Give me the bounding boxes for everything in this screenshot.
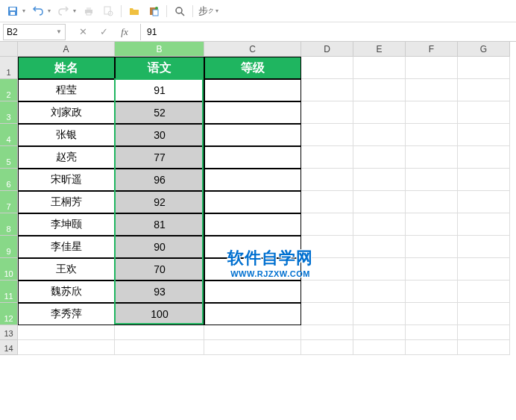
cell-E12[interactable] [353,303,406,325]
cell-E11[interactable] [353,280,406,303]
cell-E4[interactable] [353,124,406,146]
col-header-E[interactable]: E [353,42,406,57]
col-header-G[interactable]: G [458,42,510,57]
cell-C13[interactable] [204,325,301,340]
cell-grade-4[interactable] [204,124,301,146]
cell-D12[interactable] [301,303,353,325]
col-header-F[interactable]: F [406,42,458,57]
save-dropdown-icon[interactable]: ▾ [22,7,25,14]
row-header-5[interactable]: 5 [0,146,18,169]
col-header-A[interactable]: A [18,42,115,57]
row-header-14[interactable]: 14 [0,340,18,355]
cell-E9[interactable] [353,236,406,258]
find-icon[interactable] [173,4,186,18]
cell-E6[interactable] [353,169,406,191]
cell-score-9[interactable]: 90 [115,236,204,258]
cell-E3[interactable] [353,101,406,124]
cell-F2[interactable] [406,79,458,101]
cell-D10[interactable] [301,258,353,280]
cell-C14[interactable] [204,340,301,355]
cell-F7[interactable] [406,191,458,213]
cell-G9[interactable] [458,236,510,258]
row-header-10[interactable]: 10 [0,258,18,280]
cell-A13[interactable] [18,325,115,340]
cell-score-11[interactable]: 93 [115,280,204,303]
cell-G7[interactable] [458,191,510,213]
cell-F13[interactable] [406,325,458,340]
cell-name-7[interactable]: 王桐芳 [18,191,115,213]
cell-score-3[interactable]: 52 [115,101,204,124]
cell-G12[interactable] [458,303,510,325]
cell-score-10[interactable]: 70 [115,258,204,280]
paste-icon[interactable] [147,4,160,18]
row-header-12[interactable]: 12 [0,303,18,325]
cell-G8[interactable] [458,213,510,236]
cell-E7[interactable] [353,191,406,213]
accept-formula-icon[interactable]: ✓ [98,26,109,37]
cell-name-10[interactable]: 王欢 [18,258,115,280]
col-header-B[interactable]: B [115,42,204,57]
cell-G4[interactable] [458,124,510,146]
cell-name-6[interactable]: 宋昕遥 [18,169,115,191]
cell-D6[interactable] [301,169,353,191]
cell-G6[interactable] [458,169,510,191]
header-name[interactable]: 姓名 [18,57,115,79]
cell-grade-5[interactable] [204,146,301,169]
cell-score-12[interactable]: 100 [115,303,204,325]
spreadsheet-grid[interactable]: ABCDEFG 1234567891011121314 姓名语文等级程莹91刘家… [0,42,516,420]
cell-F6[interactable] [406,169,458,191]
cell-F11[interactable] [406,280,458,303]
header-score[interactable]: 语文 [115,57,204,79]
undo-dropdown-icon[interactable]: ▾ [48,7,51,14]
cell-name-4[interactable]: 张银 [18,124,115,146]
row-header-13[interactable]: 13 [0,325,18,340]
row-header-7[interactable]: 7 [0,191,18,213]
cell-grade-7[interactable] [204,191,301,213]
cell-grade-11[interactable] [204,280,301,303]
name-box-dropdown-icon[interactable]: ▼ [56,28,62,35]
undo-icon[interactable] [31,4,45,18]
cell-D3[interactable] [301,101,353,124]
cell-score-4[interactable]: 30 [115,124,204,146]
cell-E14[interactable] [353,340,406,355]
cell-name-8[interactable]: 李坤颐 [18,213,115,236]
cell-grade-6[interactable] [204,169,301,191]
cell-score-7[interactable]: 92 [115,191,204,213]
cell-G3[interactable] [458,101,510,124]
cell-grade-12[interactable] [204,303,301,325]
cell-D5[interactable] [301,146,353,169]
cell-name-12[interactable]: 李秀萍 [18,303,115,325]
cell-G5[interactable] [458,146,510,169]
cell-D9[interactable] [301,236,353,258]
formula-input[interactable] [140,24,516,40]
folder-open-icon[interactable] [128,4,141,18]
cell-F9[interactable] [406,236,458,258]
cell-E1[interactable] [353,57,406,79]
cell-grade-2[interactable] [204,79,301,101]
row-header-8[interactable]: 8 [0,213,18,236]
name-box[interactable]: B2 ▼ [3,24,66,40]
cell-D14[interactable] [301,340,353,355]
cell-score-8[interactable]: 81 [115,213,204,236]
cell-D11[interactable] [301,280,353,303]
cell-D2[interactable] [301,79,353,101]
cell-G11[interactable] [458,280,510,303]
cell-G2[interactable] [458,79,510,101]
row-header-11[interactable]: 11 [0,280,18,303]
cell-F3[interactable] [406,101,458,124]
row-header-6[interactable]: 6 [0,169,18,191]
cell-D1[interactable] [301,57,353,79]
cell-name-11[interactable]: 魏苏欣 [18,280,115,303]
cell-score-2[interactable]: 91 [115,79,204,101]
cell-grade-8[interactable] [204,213,301,236]
col-header-D[interactable]: D [301,42,353,57]
cell-D7[interactable] [301,191,353,213]
row-header-2[interactable]: 2 [0,79,18,101]
cell-E5[interactable] [353,146,406,169]
cell-score-5[interactable]: 77 [115,146,204,169]
redo-dropdown-icon[interactable]: ▾ [73,7,76,14]
cell-F4[interactable] [406,124,458,146]
cell-G1[interactable] [458,57,510,79]
cell-F14[interactable] [406,340,458,355]
cell-E10[interactable] [353,258,406,280]
